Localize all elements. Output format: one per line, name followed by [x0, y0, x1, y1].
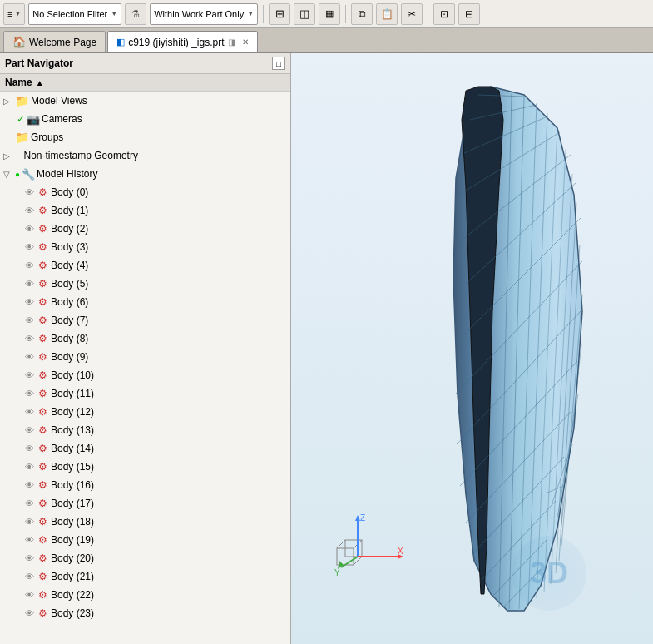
separator1 — [263, 5, 264, 23]
tree-item-body-5[interactable]: 👁 ⚙ Body (5) — [0, 275, 290, 293]
cut-btn[interactable]: ✂ — [401, 3, 423, 25]
body-eye-icon: 👁 — [25, 352, 37, 362]
body-feature-icon: ⚙ — [38, 241, 47, 253]
viewport-bg: Z X Y 3D — [291, 53, 653, 644]
body-feature-icon: ⚙ — [38, 552, 47, 564]
body-feature-icon: ⚙ — [38, 223, 47, 235]
extra-icon1: ⊡ — [440, 8, 448, 20]
body-eye-icon: 👁 — [25, 279, 37, 289]
tree-item-body-4[interactable]: 👁 ⚙ Body (4) — [0, 256, 290, 275]
body-feature-icon: ⚙ — [38, 534, 47, 546]
view-btn[interactable]: ◫ — [294, 3, 315, 25]
tree-item-body-19[interactable]: 👁 ⚙ Body (19) — [0, 531, 290, 549]
selection-filter-dropdown[interactable]: No Selection Filter ▼ — [28, 3, 121, 25]
separator3 — [428, 5, 428, 23]
body-label: Body (23) — [51, 607, 94, 619]
tab-bar: 🏠 Welcome Page ◧ c919 (jiyishiti) _igs.p… — [0, 28, 653, 53]
body-eye-icon: 👁 — [25, 334, 37, 344]
body-feature-icon: ⚙ — [38, 186, 47, 198]
nontimestamp-label: Non-timestamp Geometry — [24, 150, 138, 161]
panel-detach-btn[interactable]: □ — [272, 57, 285, 70]
body-label: Body (4) — [51, 260, 88, 271]
extra-btn1[interactable]: ⊡ — [433, 3, 455, 25]
tree-item-body-6[interactable]: 👁 ⚙ Body (6) — [0, 293, 290, 311]
tree-item-model-views[interactable]: ▷ 📁 Model Views — [0, 92, 290, 110]
tree-item-body-10[interactable]: 👁 ⚙ Body (10) — [0, 366, 290, 384]
tree-item-body-18[interactable]: 👁 ⚙ Body (18) — [0, 513, 290, 531]
body-eye-icon: 👁 — [25, 425, 37, 435]
copy-icon: ⧉ — [359, 8, 366, 20]
tree-item-body-14[interactable]: 👁 ⚙ Body (14) — [0, 439, 290, 458]
tab-welcome[interactable]: 🏠 Welcome Page — [3, 31, 106, 52]
layer-btn[interactable]: ▦ — [319, 3, 340, 25]
body-label: Body (5) — [51, 278, 88, 290]
tree-item-body-1[interactable]: 👁 ⚙ Body (1) — [0, 201, 290, 220]
viewport[interactable]: Z X Y 3D — [291, 53, 653, 644]
extra-icon2: ⊟ — [465, 8, 473, 20]
body-feature-icon: ⚙ — [38, 443, 47, 454]
tab-model-close[interactable]: ✕ — [242, 37, 249, 47]
panel-title: Part Navigator — [5, 57, 73, 69]
tree-item-body-3[interactable]: 👁 ⚙ Body (3) — [0, 238, 290, 256]
cameras-check-icon: ✓ — [17, 113, 25, 125]
groups-label: Groups — [31, 131, 63, 143]
tree-item-body-23[interactable]: 👁 ⚙ Body (23) — [0, 604, 290, 622]
layer-icon: ▦ — [325, 8, 334, 19]
body-feature-icon: ⚙ — [38, 607, 47, 619]
tree-item-model-history[interactable]: ▽ ● 🔧 Model History — [0, 165, 290, 183]
view-icon: ◫ — [299, 7, 309, 20]
tree-item-body-13[interactable]: 👁 ⚙ Body (13) — [0, 421, 290, 439]
work-part-dropdown[interactable]: Within Work Part Only ▼ — [150, 3, 258, 25]
tree-item-body-7[interactable]: 👁 ⚙ Body (7) — [0, 311, 290, 329]
tree-header: Name ▲ — [0, 74, 290, 92]
tree-item-body-17[interactable]: 👁 ⚙ Body (17) — [0, 494, 290, 513]
model-views-label: Model Views — [31, 95, 87, 107]
extra-btn2[interactable]: ⊟ — [458, 3, 480, 25]
tree-container[interactable]: ▷ 📁 Model Views ✓ 📷 Cameras 📁 Groups ▷ ─ — [0, 92, 290, 644]
cut-icon: ✂ — [408, 8, 416, 20]
body-label: Body (11) — [51, 388, 94, 399]
tree-item-body-9[interactable]: 👁 ⚙ Body (9) — [0, 348, 290, 366]
work-part-arrow: ▼ — [247, 10, 254, 17]
filter-icon: ⚗ — [131, 8, 140, 19]
tree-item-body-16[interactable]: 👁 ⚙ Body (16) — [0, 476, 290, 494]
tree-item-body-21[interactable]: 👁 ⚙ Body (21) — [0, 567, 290, 586]
body-eye-icon: 👁 — [25, 498, 37, 508]
paste-btn[interactable]: 📋 — [376, 3, 398, 25]
main-area: Part Navigator □ Name ▲ ▷ 📁 Model Views … — [0, 53, 653, 644]
tree-item-cameras[interactable]: ✓ 📷 Cameras — [0, 110, 290, 128]
tree-item-body-22[interactable]: 👁 ⚙ Body (22) — [0, 586, 290, 604]
model-views-icon: 📁 — [15, 94, 29, 107]
body-label: Body (14) — [51, 443, 94, 454]
tree-item-body-2[interactable]: 👁 ⚙ Body (2) — [0, 220, 290, 238]
body-feature-icon: ⚙ — [38, 333, 47, 344]
tree-item-groups[interactable]: 📁 Groups — [0, 128, 290, 146]
snap-btn[interactable]: ⊞ — [269, 3, 290, 25]
tree-item-body-8[interactable]: 👁 ⚙ Body (8) — [0, 329, 290, 348]
menu-button[interactable]: ≡ ▼ — [3, 3, 25, 25]
body-label: Body (20) — [51, 552, 94, 564]
tree-item-body-20[interactable]: 👁 ⚙ Body (20) — [0, 549, 290, 567]
expand-icon-nontimestamp: ▷ — [3, 151, 13, 161]
history-icon: 🔧 — [22, 168, 35, 181]
tree-name-col: Name — [5, 77, 32, 88]
history-active-icon: ● — [15, 170, 20, 179]
body-label: Body (15) — [51, 461, 94, 473]
tree-item-body-0[interactable]: 👁 ⚙ Body (0) — [0, 183, 290, 201]
body-label: Body (17) — [51, 498, 94, 509]
cameras-label: Cameras — [42, 113, 82, 125]
tree-item-body-11[interactable]: 👁 ⚙ Body (11) — [0, 384, 290, 403]
sort-arrow-icon: ▲ — [36, 78, 44, 87]
body-feature-icon: ⚙ — [38, 278, 47, 290]
body-feature-icon: ⚙ — [38, 296, 47, 308]
tree-item-nontimestamp[interactable]: ▷ ─ Non-timestamp Geometry — [0, 146, 290, 165]
body-label: Body (0) — [51, 186, 88, 198]
tree-item-body-15[interactable]: 👁 ⚙ Body (15) — [0, 458, 290, 476]
tab-model[interactable]: ◧ c919 (jiyishiti) _igs.prt ◨ ✕ — [107, 31, 257, 52]
copy-btn[interactable]: ⧉ — [351, 3, 373, 25]
body-eye-icon: 👁 — [25, 462, 37, 472]
groups-icon: 📁 — [15, 131, 29, 144]
body-feature-icon: ⚙ — [38, 479, 47, 491]
filter-icon-btn[interactable]: ⚗ — [125, 3, 146, 25]
tree-item-body-12[interactable]: 👁 ⚙ Body (12) — [0, 403, 290, 421]
